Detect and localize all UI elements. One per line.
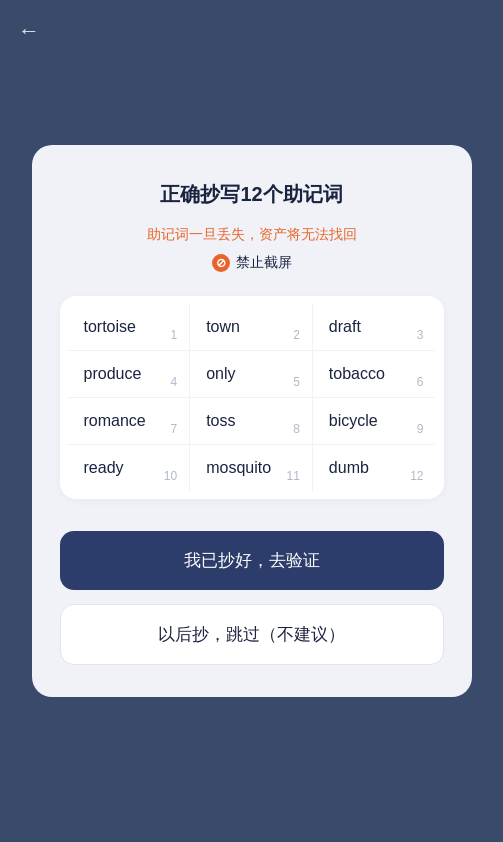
word-cell-1: tortoise1 — [68, 304, 191, 351]
word-text-5: only — [206, 365, 235, 383]
word-cell-7: romance7 — [68, 398, 191, 445]
word-text-12: dumb — [329, 459, 369, 477]
word-cell-10: ready10 — [68, 445, 191, 491]
word-number-11: 11 — [286, 469, 299, 483]
word-text-2: town — [206, 318, 240, 336]
warning-text: 助记词一旦丢失，资产将无法找回 — [147, 226, 357, 244]
word-number-1: 1 — [170, 328, 177, 342]
mnemonic-words-grid: tortoise1town2draft3produce4only5tobacco… — [60, 296, 444, 499]
word-text-4: produce — [84, 365, 142, 383]
word-text-6: tobacco — [329, 365, 385, 383]
word-cell-2: town2 — [190, 304, 313, 351]
no-screenshot-label: 禁止截屏 — [236, 254, 292, 272]
word-text-1: tortoise — [84, 318, 136, 336]
word-number-2: 2 — [293, 328, 300, 342]
word-text-8: toss — [206, 412, 235, 430]
word-number-8: 8 — [293, 422, 300, 436]
word-text-11: mosquito — [206, 459, 271, 477]
word-number-10: 10 — [164, 469, 177, 483]
word-number-5: 5 — [293, 375, 300, 389]
word-cell-4: produce4 — [68, 351, 191, 398]
word-number-3: 3 — [417, 328, 424, 342]
word-cell-9: bicycle9 — [313, 398, 436, 445]
back-button[interactable]: ← — [18, 18, 40, 44]
no-screenshot-notice: ⊘ 禁止截屏 — [212, 254, 292, 272]
word-text-7: romance — [84, 412, 146, 430]
verify-button[interactable]: 我已抄好，去验证 — [60, 531, 444, 590]
no-screenshot-icon: ⊘ — [212, 254, 230, 272]
word-cell-12: dumb12 — [313, 445, 436, 491]
word-number-12: 12 — [410, 469, 423, 483]
word-number-4: 4 — [170, 375, 177, 389]
page-title: 正确抄写12个助记词 — [160, 181, 342, 208]
word-cell-8: toss8 — [190, 398, 313, 445]
word-cell-3: draft3 — [313, 304, 436, 351]
word-number-9: 9 — [417, 422, 424, 436]
word-text-3: draft — [329, 318, 361, 336]
word-cell-6: tobacco6 — [313, 351, 436, 398]
word-text-9: bicycle — [329, 412, 378, 430]
word-cell-5: only5 — [190, 351, 313, 398]
word-text-10: ready — [84, 459, 124, 477]
main-card: 正确抄写12个助记词 助记词一旦丢失，资产将无法找回 ⊘ 禁止截屏 tortoi… — [32, 145, 472, 697]
word-number-7: 7 — [170, 422, 177, 436]
word-number-6: 6 — [417, 375, 424, 389]
word-cell-11: mosquito11 — [190, 445, 313, 491]
skip-button[interactable]: 以后抄，跳过（不建议） — [60, 604, 444, 665]
